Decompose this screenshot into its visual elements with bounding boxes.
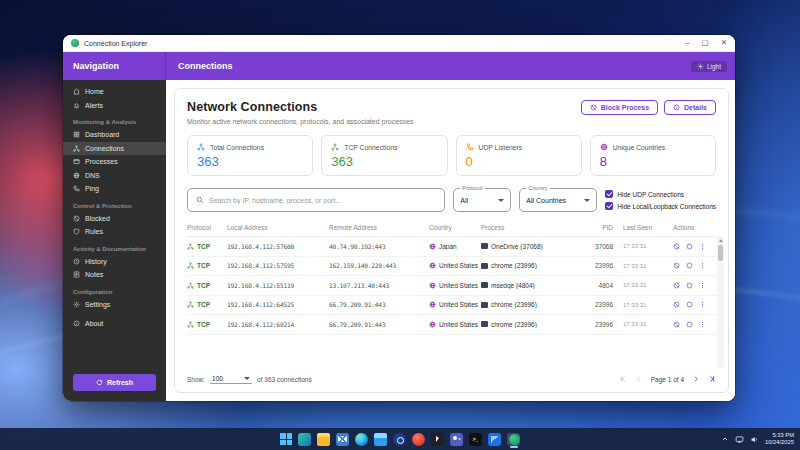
details-button[interactable]: Details	[664, 100, 716, 115]
table-row[interactable]: TCP 192.168.4.112:64525 66.79.209.91:443…	[187, 296, 716, 316]
scrollbar-thumb[interactable]	[718, 245, 723, 261]
theme-toggle[interactable]: Light	[691, 61, 727, 72]
tray-chevron-up-icon[interactable]	[721, 435, 729, 443]
edge-browser-icon[interactable]	[355, 433, 368, 446]
sidebar-item-settings[interactable]: Settings	[63, 298, 166, 312]
sidebar-item-ping[interactable]: Ping	[63, 182, 166, 196]
row-details-action-icon[interactable]	[686, 301, 693, 308]
block-process-label: Block Process	[601, 104, 649, 111]
row-more-action-icon[interactable]	[699, 301, 706, 308]
table-row[interactable]: TCP 192.168.4.112:57595 162.159.140.229:…	[187, 257, 716, 277]
pid-value: 37068	[579, 243, 613, 250]
connection-explorer-taskbar-icon[interactable]	[507, 433, 520, 446]
pid-value: 23996	[579, 301, 613, 308]
close-button[interactable]: ✕	[721, 39, 727, 47]
sidebar-item-dns[interactable]: DNS	[63, 169, 166, 183]
previous-page-button[interactable]	[635, 375, 643, 383]
rules-icon	[73, 228, 80, 235]
table-row[interactable]: TCP 192.168.4.112:60214 66.79.209.91:443…	[187, 315, 716, 335]
row-details-action-icon[interactable]	[686, 321, 693, 328]
sidebar-item-label: Home	[85, 88, 104, 95]
hide-udp-checkbox[interactable]: Hide UDP Connections	[605, 190, 716, 198]
taskbar-clock[interactable]: 5:33 PM 10/24/2025	[765, 432, 794, 446]
table-row[interactable]: TCP 192.168.4.112:55119 13.107.213.40:44…	[187, 276, 716, 296]
page-title: Network Connections	[187, 100, 413, 114]
sidebar-item-about[interactable]: About	[63, 317, 166, 331]
details-info-icon	[673, 104, 680, 111]
pid-value: 23996	[579, 321, 613, 328]
sidebar-item-history[interactable]: History	[63, 255, 166, 269]
row-block-action-icon[interactable]	[673, 282, 680, 289]
row-details-action-icon[interactable]	[686, 282, 693, 289]
sidebar-item-alerts[interactable]: Alerts	[63, 99, 166, 113]
row-more-action-icon[interactable]	[699, 262, 706, 269]
tcp-protocol-icon	[187, 301, 194, 308]
sidebar-item-blocked[interactable]: Blocked	[63, 212, 166, 226]
country-select[interactable]: Country All Countries	[519, 188, 597, 212]
process-app-icon	[481, 282, 488, 288]
row-details-action-icon[interactable]	[686, 262, 693, 269]
app-box-icon[interactable]	[374, 433, 387, 446]
page-size-select[interactable]: 100	[210, 374, 252, 384]
row-block-action-icon[interactable]	[673, 262, 680, 269]
first-page-button[interactable]	[619, 375, 627, 383]
sidebar-item-dashboard[interactable]: Dashboard	[63, 128, 166, 142]
sidebar-item-notes[interactable]: Notes	[63, 268, 166, 282]
row-block-action-icon[interactable]	[673, 321, 680, 328]
column-header-local-address: Local Address	[227, 224, 329, 231]
checkbox-checked-icon	[605, 202, 613, 210]
remote-address: 162.159.140.229:443	[329, 262, 429, 269]
protocol-value: TCP	[197, 282, 210, 289]
password-manager-icon[interactable]	[393, 433, 406, 446]
network-tray-icon[interactable]	[735, 435, 744, 444]
show-label: Show:	[187, 376, 205, 383]
row-block-action-icon[interactable]	[673, 301, 680, 308]
scrollbar-up-arrow-icon[interactable]	[717, 236, 724, 244]
next-page-button[interactable]	[692, 375, 700, 383]
ide-app-icon[interactable]	[488, 433, 501, 446]
file-explorer-icon[interactable]	[317, 433, 330, 446]
row-more-action-icon[interactable]	[699, 243, 706, 250]
remote-address: 13.107.213.40:443	[329, 282, 429, 289]
last-seen-value: 17:33:31	[613, 263, 667, 269]
sidebar-item-connections[interactable]: Connections	[63, 142, 166, 156]
sidebar-item-home[interactable]: Home	[63, 85, 166, 99]
process-value: chrome (23996)	[491, 321, 537, 328]
last-page-button[interactable]	[708, 375, 716, 383]
row-block-action-icon[interactable]	[673, 243, 680, 250]
table-scrollbar[interactable]	[717, 236, 724, 368]
mail-icon[interactable]	[336, 433, 349, 446]
sidebar-item-label: Processes	[85, 158, 118, 165]
teams-icon[interactable]	[450, 433, 463, 446]
search-input[interactable]	[209, 197, 436, 204]
local-address: 192.168.4.112:57600	[227, 243, 329, 250]
minimize-button[interactable]: –	[685, 39, 689, 47]
maximize-button[interactable]: ▢	[702, 39, 709, 47]
terminal-icon[interactable]: >_	[469, 433, 482, 446]
volume-tray-icon[interactable]	[750, 435, 759, 444]
sidebar-item-processes[interactable]: Processes	[63, 155, 166, 169]
task-view-icon[interactable]	[298, 433, 311, 446]
country-value: United States	[439, 262, 478, 269]
country-select-label: Country	[526, 185, 549, 191]
app-red-icon[interactable]	[412, 433, 425, 446]
sidebar-item-label: Connections	[85, 145, 124, 152]
checkbox-checked-icon	[605, 190, 613, 198]
sidebar-item-rules[interactable]: Rules	[63, 225, 166, 239]
hide-local-checkbox[interactable]: Hide Local/Loopback Connections	[605, 202, 716, 210]
refresh-button[interactable]: Refresh	[73, 374, 156, 391]
table-row[interactable]: TCP 192.168.4.112:57600 40.74.98.192:443…	[187, 237, 716, 257]
block-process-button[interactable]: Block Process	[581, 100, 658, 115]
row-details-action-icon[interactable]	[686, 243, 693, 250]
protocol-select[interactable]: Protocol All	[453, 188, 511, 212]
desktop: Connection Explorer – ▢ ✕ Navigation Con…	[0, 0, 800, 450]
local-address: 192.168.4.112:60214	[227, 321, 329, 328]
sidebar-item-label: Settings	[85, 301, 110, 308]
row-more-action-icon[interactable]	[699, 321, 706, 328]
start-button-icon[interactable]	[280, 433, 292, 445]
last-seen-value: 17:33:31	[613, 243, 667, 249]
protocol-value: TCP	[197, 243, 210, 250]
row-more-action-icon[interactable]	[699, 282, 706, 289]
theme-toggle-label: Light	[707, 63, 721, 70]
cursor-app-icon[interactable]	[431, 433, 444, 446]
